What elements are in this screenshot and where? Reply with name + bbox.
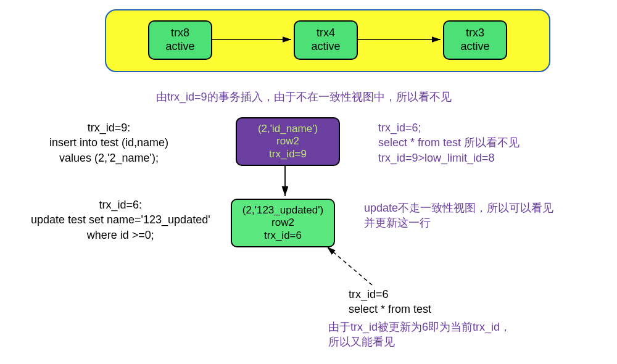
diagram-canvas: trx8 active trx4 active trx3 active (2,'…: [0, 0, 617, 364]
arrows-layer: [0, 0, 617, 364]
arrow-dashed-select-to-v2: [327, 247, 372, 285]
